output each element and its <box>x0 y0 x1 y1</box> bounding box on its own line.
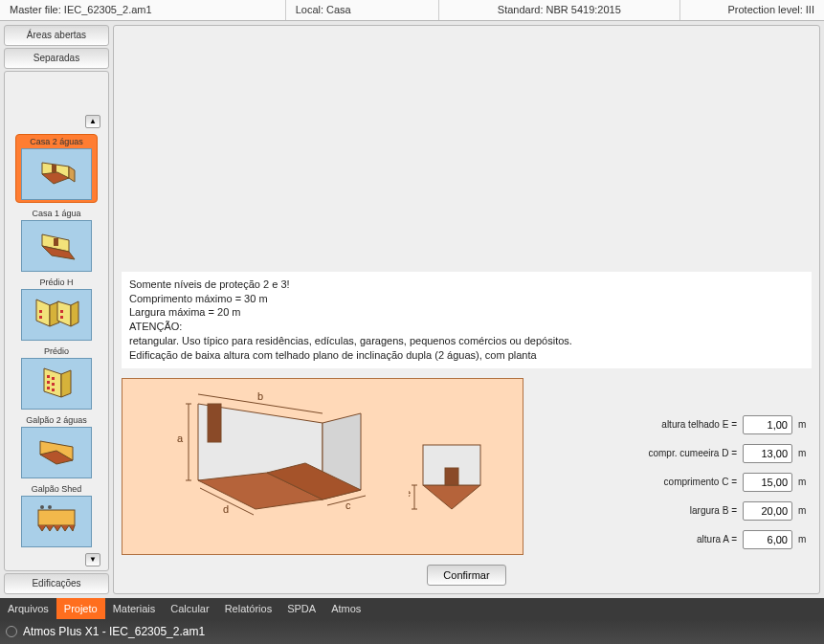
svg-rect-7 <box>47 387 50 389</box>
svg-text:b: b <box>257 391 263 403</box>
menu-spda[interactable]: SPDA <box>279 598 323 619</box>
desc-line: ATENÇÃO: <box>129 320 804 334</box>
svg-text:d: d <box>223 504 229 516</box>
field-altura-a: altura A = m <box>533 530 812 549</box>
building-icon <box>33 365 80 403</box>
svg-rect-17 <box>39 316 42 319</box>
description-panel: Edificação de baixa altura com telhado p… <box>122 272 812 368</box>
svg-marker-43 <box>423 486 480 510</box>
desc-line: Somente níveis de proteção 2 e 3! <box>129 278 804 292</box>
status-local: Local: Casa <box>286 0 439 20</box>
thumb-label: Galpão 2 águas <box>26 415 87 425</box>
house2-icon <box>33 157 80 191</box>
svg-marker-13 <box>36 300 50 326</box>
confirm-button[interactable]: Confirmar <box>427 565 505 586</box>
svg-rect-8 <box>52 389 55 391</box>
desc-line: Largura máxima = 20 m <box>129 306 804 321</box>
chevron-down-icon: ▼ <box>89 556 97 565</box>
thumb-label: Galpão Shed <box>32 484 82 494</box>
accordion-areas-abertas[interactable]: Áreas abertas <box>4 25 109 46</box>
parameter-row: a b c d e altura A = <box>122 378 812 555</box>
accordion-separadas[interactable]: Separadas <box>4 48 109 69</box>
building-casa-2aguas[interactable]: Casa 2 águas <box>15 134 98 203</box>
menu-materiais[interactable]: Materiais <box>105 598 164 619</box>
svg-marker-26 <box>69 167 75 182</box>
menu-calcular[interactable]: Calcular <box>163 598 216 619</box>
building-predio-h[interactable]: Prédio H <box>15 278 98 341</box>
content-panel: Confirmar a b c d <box>113 25 820 594</box>
svg-rect-18 <box>39 310 42 313</box>
accordion-edificacoes[interactable]: Edificações <box>4 573 109 594</box>
svg-marker-16 <box>71 301 78 326</box>
thumb-label: Casa 1 água <box>32 209 80 218</box>
building-diagram: a b c d e <box>122 378 523 555</box>
field-comprimento-c: comprimento C = m <box>533 473 812 492</box>
svg-rect-10 <box>52 383 55 386</box>
svg-rect-32 <box>208 405 221 443</box>
svg-rect-45 <box>445 469 458 486</box>
warehouse-icon <box>33 435 80 470</box>
client-area: Edificações ▼ Galpão Shed Galpão 2 águas… <box>0 0 824 598</box>
unit-altura-a: m <box>798 535 812 545</box>
scroll-up-button[interactable]: ▲ <box>85 115 100 128</box>
svg-rect-20 <box>60 310 63 313</box>
svg-rect-23 <box>54 238 58 246</box>
dimension-fields: altura A = m largura B = m comprimento C… <box>533 378 812 555</box>
thumb-label: Prédio <box>44 346 69 356</box>
field-largura-b: largura B = m <box>533 501 812 521</box>
desc-line: Comprimento máximo = 30 m <box>129 292 804 306</box>
svg-text:a: a <box>177 433 184 445</box>
input-largura-b[interactable] <box>743 501 792 521</box>
window-title: Atmos PIus X1 - IEC_62305_2.am1 <box>23 625 205 638</box>
building-galpao-2aguas[interactable]: Galpão 2 águas <box>15 415 98 478</box>
svg-rect-12 <box>52 377 55 380</box>
menu-atmos[interactable]: Atmos <box>323 598 368 619</box>
unit-telhado-e: m <box>798 420 812 431</box>
svg-text:c: c <box>345 500 351 512</box>
status-protection-level: Protection level: III <box>680 0 824 20</box>
thumb-label: Prédio H <box>39 278 73 287</box>
unit-cumeeira-d: m <box>798 449 812 459</box>
label-telhado-e: altura telhado E = <box>661 420 737 431</box>
field-telhado-e: altura telhado E = m <box>533 415 812 434</box>
shed-icon <box>33 504 80 539</box>
status-master-file: Master file: IEC_62305_2.am1 <box>0 0 286 20</box>
building-predio[interactable]: Prédio <box>15 346 98 410</box>
svg-rect-19 <box>60 316 63 319</box>
svg-point-1 <box>40 505 44 509</box>
menu-relatorios[interactable]: Relatórios <box>217 598 280 619</box>
svg-text:e: e <box>409 488 411 500</box>
input-altura-a[interactable] <box>743 530 792 549</box>
thumb-label: Casa 2 águas <box>30 137 83 146</box>
building-casa-1agua[interactable]: Casa 1 água <box>15 209 98 272</box>
svg-rect-11 <box>47 375 50 378</box>
field-cumeeira-d: compr. cumeeira D = m <box>533 444 812 463</box>
unit-comprimento-c: m <box>798 477 812 488</box>
input-comprimento-c[interactable] <box>743 473 792 492</box>
building-galpao-shed[interactable]: Galpão Shed <box>15 484 98 547</box>
chevron-up-icon: ▲ <box>89 118 97 126</box>
app-logo-icon <box>6 626 17 637</box>
desc-line: Edificação de baixa altura com telhado p… <box>129 348 804 363</box>
label-largura-b: largura B = <box>690 506 737 517</box>
svg-point-2 <box>48 505 52 509</box>
house1-icon <box>33 229 80 263</box>
unit-largura-b: m <box>798 506 812 517</box>
scroll-down-button[interactable]: ▼ <box>85 553 100 566</box>
accordion-body-edificacoes: ▼ Galpão Shed Galpão 2 águas Prédio Préd… <box>4 71 109 571</box>
sidebar: Edificações ▼ Galpão Shed Galpão 2 águas… <box>4 25 109 594</box>
menu-projeto[interactable]: Projeto <box>56 598 105 619</box>
svg-rect-27 <box>52 165 56 172</box>
status-standard: Standard: NBR 5419:2015 <box>439 0 680 20</box>
gable-diagram-icon: e <box>409 410 495 524</box>
window-titlebar: Atmos PIus X1 - IEC_62305_2.am1 <box>0 619 824 644</box>
label-altura-a: altura A = <box>697 535 737 545</box>
svg-rect-0 <box>38 510 75 525</box>
input-cumeeira-d[interactable] <box>743 444 792 463</box>
label-comprimento-c: comprimento C = <box>664 477 737 488</box>
input-telhado-e[interactable] <box>743 415 792 434</box>
isometric-diagram-icon: a b c d <box>150 386 380 548</box>
svg-rect-9 <box>47 381 50 384</box>
label-cumeeira-d: compr. cumeeira D = <box>648 449 737 459</box>
menu-arquivos[interactable]: Arquivos <box>0 598 56 619</box>
